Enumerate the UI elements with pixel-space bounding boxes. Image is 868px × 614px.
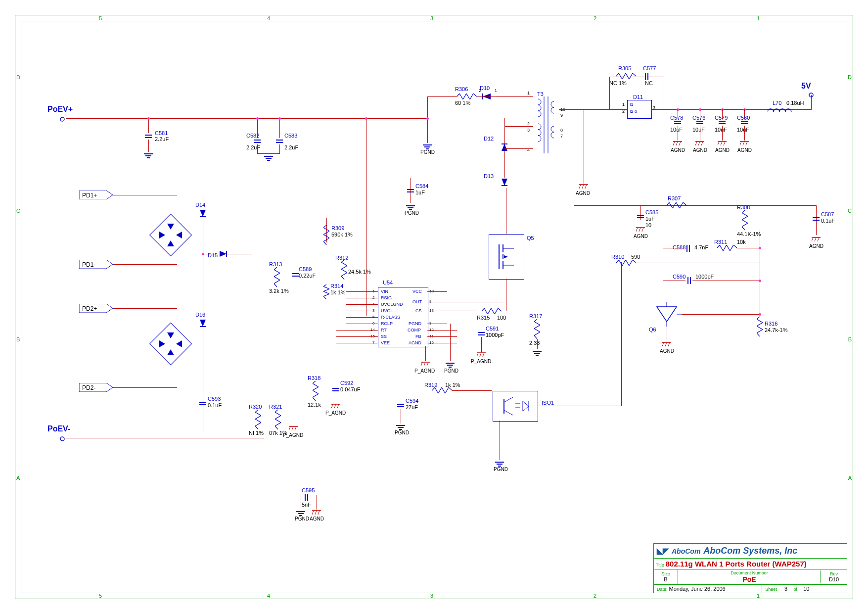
svg-marker-27 — [167, 224, 174, 230]
res-R320 — [255, 410, 261, 431]
wire — [113, 387, 177, 388]
diode-D16 — [199, 318, 207, 332]
wire — [113, 308, 177, 309]
size-label: Size — [657, 571, 675, 576]
wire — [66, 438, 264, 438]
agnd-label: AGND — [715, 147, 730, 153]
wire — [113, 195, 177, 195]
schematic-sheet: 5 4 3 2 1 5 4 3 2 1 D C B A D C B A PoEV… — [0, 0, 868, 614]
ref-D15: D15 — [208, 252, 218, 258]
res-R314 — [323, 284, 329, 301]
ref-R310: R310 — [611, 254, 624, 260]
pin-T3-3: 3 — [527, 128, 530, 133]
wire — [692, 281, 760, 281]
zone-col-3-bot: 3 — [430, 593, 433, 599]
schematic-title: 802.11g WLAN 1 Ports Router (WAP257) — [666, 560, 807, 568]
sheet-label: Sheet — [765, 587, 777, 592]
u54-cs: CS — [415, 308, 422, 313]
ref-D11: D11 — [633, 94, 643, 100]
rev-label: Rev — [824, 571, 844, 576]
u54-rsig: RSIG — [381, 295, 392, 300]
agnd-label: AGND — [634, 234, 648, 239]
label-PD1p: PD1+ — [82, 192, 97, 199]
diode-D13 — [501, 176, 508, 192]
p_agnd-label: P_AGND — [283, 432, 303, 438]
ref-C595: C595 — [302, 487, 315, 493]
wire — [452, 390, 492, 391]
wire — [574, 205, 816, 206]
junction — [759, 280, 761, 282]
junction — [759, 313, 761, 316]
label-PD2m: PD2- — [82, 384, 95, 391]
junction — [365, 117, 367, 120]
pin-T3-2: 2 — [527, 121, 530, 126]
wire — [506, 188, 506, 234]
svg-marker-34 — [200, 210, 206, 217]
agnd-label: AGND — [737, 147, 752, 153]
bridge-bot — [148, 322, 193, 368]
ref-R305: R305 — [618, 65, 631, 71]
cap-C587 — [813, 215, 820, 222]
cap-C590 — [685, 277, 692, 284]
val-R319: 1k 1% — [445, 382, 460, 388]
agnd-label: AGND — [809, 243, 823, 249]
val-R313: 3.2k 1% — [269, 288, 289, 294]
shunt-reg-Q6 — [652, 302, 682, 329]
wire — [500, 421, 500, 460]
val-C577: NC — [645, 80, 653, 86]
wire — [427, 302, 477, 302]
ref-Q5: Q5 — [527, 235, 534, 241]
wire — [663, 281, 685, 281]
wire — [537, 406, 621, 406]
svg-marker-28 — [167, 240, 174, 246]
sheet-total: 10 — [803, 586, 809, 592]
u54-comp: COMP — [408, 328, 421, 332]
val-R309: 590k 1% — [331, 232, 353, 237]
title-prefix: Title — [656, 563, 664, 567]
gnd-p_agnd — [477, 352, 486, 359]
val-C584: 1uF — [415, 189, 425, 195]
svg-rect-24 — [150, 214, 192, 256]
u54-uvolgnd: UVOLGND — [381, 302, 403, 307]
wire — [336, 343, 378, 343]
val-R307: 10 — [645, 222, 651, 228]
ref-R309: R309 — [331, 225, 344, 231]
val-L70: 0.18uH — [786, 100, 804, 106]
wire — [504, 126, 533, 127]
transformer-T3 — [533, 96, 559, 153]
ref-C593: C593 — [208, 396, 221, 402]
wire — [636, 263, 760, 263]
ref-R311: R311 — [714, 239, 727, 245]
zone-row-D-r: D — [848, 74, 852, 80]
u54-rclp: RCLP — [381, 321, 393, 326]
svg-point-0 — [60, 117, 64, 121]
val-R315: 100 — [497, 315, 506, 321]
wire — [477, 302, 506, 302]
ref-C582: C582 — [246, 133, 259, 139]
port-poev-plus — [59, 115, 94, 124]
ref-C577: C577 — [643, 65, 656, 71]
ref-Q6: Q6 — [649, 327, 656, 332]
p_agnd-label: P_AGND — [325, 410, 346, 416]
ref-U54: U54 — [383, 280, 393, 285]
ref-C590: C590 — [673, 274, 685, 280]
ref-ISO1: ISO1 — [542, 400, 554, 406]
svg-marker-14 — [502, 179, 507, 186]
wire — [481, 337, 482, 352]
val-R311: 10k — [737, 239, 746, 245]
cap-C581 — [145, 133, 152, 140]
wire — [257, 144, 258, 153]
cap-C583 — [276, 138, 283, 144]
wire — [336, 330, 378, 331]
bridge-top — [148, 213, 193, 259]
svg-marker-33 — [167, 349, 174, 355]
wire — [744, 126, 745, 141]
ref-R316: R316 — [765, 321, 777, 327]
zone-col-4-top: 4 — [267, 15, 270, 21]
agnd-label: AGND — [671, 147, 685, 153]
val-C583: 2.2uF — [284, 144, 298, 150]
val-R318: 12.1k — [308, 402, 321, 408]
rev-value: D10 — [824, 576, 844, 582]
pgnd-label: PGND — [444, 368, 458, 374]
gnd-pgnd — [423, 143, 432, 149]
